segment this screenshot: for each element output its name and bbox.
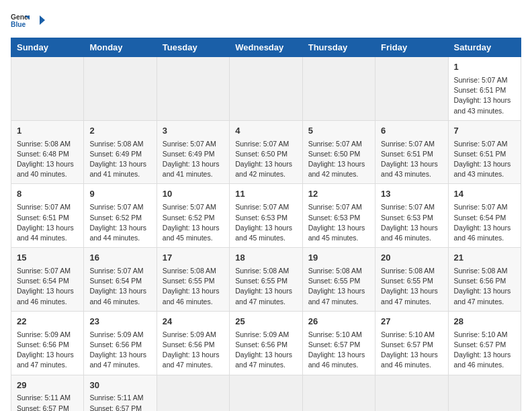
daylight-text: Daylight: 13 hours and 41 minutes. [163,160,220,178]
daylight-text: Daylight: 13 hours and 41 minutes. [89,160,146,178]
sunset-text: Sunset: 6:56 PM [89,340,142,349]
sunset-text: Sunset: 6:53 PM [235,214,287,222]
calendar-cell [375,57,448,121]
calendar-week-row: 1Sunrise: 5:07 AMSunset: 6:51 PMDaylight… [11,57,521,121]
day-number: 25 [235,316,296,328]
day-number: 22 [17,316,78,328]
svg-marker-3 [40,15,45,25]
calendar-cell: 24Sunrise: 5:09 AMSunset: 6:56 PMDayligh… [157,311,229,375]
daylight-text: Daylight: 13 hours and 46 minutes. [89,287,146,305]
header: General Blue [11,11,521,30]
sunset-text: Sunset: 6:52 PM [89,214,142,222]
sunrise-text: Sunrise: 5:07 AM [454,76,508,84]
daylight-text: Daylight: 13 hours and 45 minutes. [163,224,220,242]
logo-arrow-icon [33,14,45,26]
calendar-cell: 19Sunrise: 5:08 AMSunset: 6:55 PMDayligh… [302,248,375,312]
day-number: 24 [163,316,224,328]
sunrise-text: Sunrise: 5:10 AM [454,330,508,338]
sunrise-text: Sunrise: 5:07 AM [89,203,143,211]
calendar-week-row: 1Sunrise: 5:08 AMSunset: 6:48 PMDaylight… [11,120,521,184]
day-number: 17 [163,252,224,265]
day-number: 23 [89,316,150,328]
sunset-text: Sunset: 6:56 PM [17,340,69,349]
calendar-cell: 27Sunrise: 5:10 AMSunset: 6:57 PMDayligh… [375,311,448,375]
header-day-tuesday: Tuesday [157,38,229,57]
sunset-text: Sunset: 6:57 PM [89,404,142,411]
calendar-cell: 28Sunrise: 5:10 AMSunset: 6:57 PMDayligh… [448,311,521,375]
day-number: 14 [454,188,515,201]
calendar-cell [157,57,229,121]
sunset-text: Sunset: 6:52 PM [163,214,215,222]
daylight-text: Daylight: 13 hours and 42 minutes. [308,160,365,178]
header-day-sunday: Sunday [11,38,84,57]
daylight-text: Daylight: 13 hours and 47 minutes. [163,351,220,369]
daylight-text: Daylight: 13 hours and 44 minutes. [17,224,74,242]
sunset-text: Sunset: 6:55 PM [381,277,433,285]
daylight-text: Daylight: 13 hours and 45 minutes. [235,224,292,242]
sunrise-text: Sunrise: 5:07 AM [308,140,362,148]
daylight-text: Daylight: 13 hours and 47 minutes. [17,351,74,369]
sunset-text: Sunset: 6:56 PM [235,340,287,349]
sunset-text: Sunset: 6:54 PM [17,277,69,285]
calendar-cell: 16Sunrise: 5:07 AMSunset: 6:54 PMDayligh… [84,248,157,312]
sunrise-text: Sunrise: 5:07 AM [381,203,435,211]
day-number: 18 [235,252,296,265]
calendar-cell: 14Sunrise: 5:07 AMSunset: 6:54 PMDayligh… [448,184,521,248]
calendar-cell: 11Sunrise: 5:07 AMSunset: 6:53 PMDayligh… [230,184,302,248]
calendar-cell: 1Sunrise: 5:08 AMSunset: 6:48 PMDaylight… [11,120,84,184]
day-number: 27 [381,316,442,328]
sunrise-text: Sunrise: 5:09 AM [235,330,289,338]
calendar-cell: 2Sunrise: 5:08 AMSunset: 6:49 PMDaylight… [84,120,157,184]
day-number: 20 [381,252,442,265]
calendar-cell: 15Sunrise: 5:07 AMSunset: 6:54 PMDayligh… [11,248,84,312]
sunrise-text: Sunrise: 5:09 AM [17,330,71,338]
calendar-cell: 8Sunrise: 5:07 AMSunset: 6:51 PMDaylight… [11,184,84,248]
calendar-cell: 5Sunrise: 5:07 AMSunset: 6:50 PMDaylight… [302,120,375,184]
daylight-text: Daylight: 13 hours and 46 minutes. [381,351,438,369]
day-number: 10 [163,188,224,201]
sunset-text: Sunset: 6:51 PM [17,214,69,222]
day-number: 21 [454,252,515,265]
calendar-week-row: 8Sunrise: 5:07 AMSunset: 6:51 PMDaylight… [11,184,521,248]
sunset-text: Sunset: 6:54 PM [89,277,142,285]
sunset-text: Sunset: 6:49 PM [163,150,215,158]
daylight-text: Daylight: 13 hours and 43 minutes. [454,160,511,178]
sunrise-text: Sunrise: 5:08 AM [454,267,508,275]
calendar-cell: 7Sunrise: 5:07 AMSunset: 6:51 PMDaylight… [448,120,521,184]
day-number: 26 [308,316,369,328]
calendar-week-row: 15Sunrise: 5:07 AMSunset: 6:54 PMDayligh… [11,248,521,312]
day-number: 1 [17,125,78,138]
daylight-text: Daylight: 13 hours and 47 minutes. [235,287,292,305]
sunrise-text: Sunrise: 5:08 AM [235,267,289,275]
sunset-text: Sunset: 6:57 PM [17,404,69,411]
daylight-text: Daylight: 13 hours and 46 minutes. [381,224,438,242]
sunrise-text: Sunrise: 5:07 AM [454,140,508,148]
logo: General Blue [11,11,45,30]
sunset-text: Sunset: 6:55 PM [163,277,215,285]
calendar-cell: 17Sunrise: 5:08 AMSunset: 6:55 PMDayligh… [157,248,229,312]
sunset-text: Sunset: 6:57 PM [308,340,361,349]
daylight-text: Daylight: 13 hours and 43 minutes. [454,96,511,114]
daylight-text: Daylight: 13 hours and 46 minutes. [163,287,220,305]
daylight-text: Daylight: 13 hours and 40 minutes. [17,160,74,178]
sunrise-text: Sunrise: 5:07 AM [235,140,289,148]
sunrise-text: Sunrise: 5:07 AM [235,203,289,211]
day-number: 12 [308,188,369,201]
sunrise-text: Sunrise: 5:08 AM [163,267,216,275]
day-number: 4 [235,125,296,138]
sunset-text: Sunset: 6:56 PM [454,277,506,285]
calendar-cell [230,375,302,411]
calendar-cell: 25Sunrise: 5:09 AMSunset: 6:56 PMDayligh… [230,311,302,375]
sunrise-text: Sunrise: 5:10 AM [381,330,435,338]
day-number: 5 [308,125,369,138]
calendar-header: SundayMondayTuesdayWednesdayThursdayFrid… [11,38,521,57]
day-number: 30 [89,379,150,392]
sunrise-text: Sunrise: 5:08 AM [89,140,143,148]
sunrise-text: Sunrise: 5:07 AM [381,140,435,148]
day-number: 15 [17,252,78,265]
calendar-cell [230,57,302,121]
header-day-wednesday: Wednesday [230,38,302,57]
sunset-text: Sunset: 6:50 PM [235,150,287,158]
sunset-text: Sunset: 6:57 PM [454,340,506,349]
calendar-cell [157,375,229,411]
